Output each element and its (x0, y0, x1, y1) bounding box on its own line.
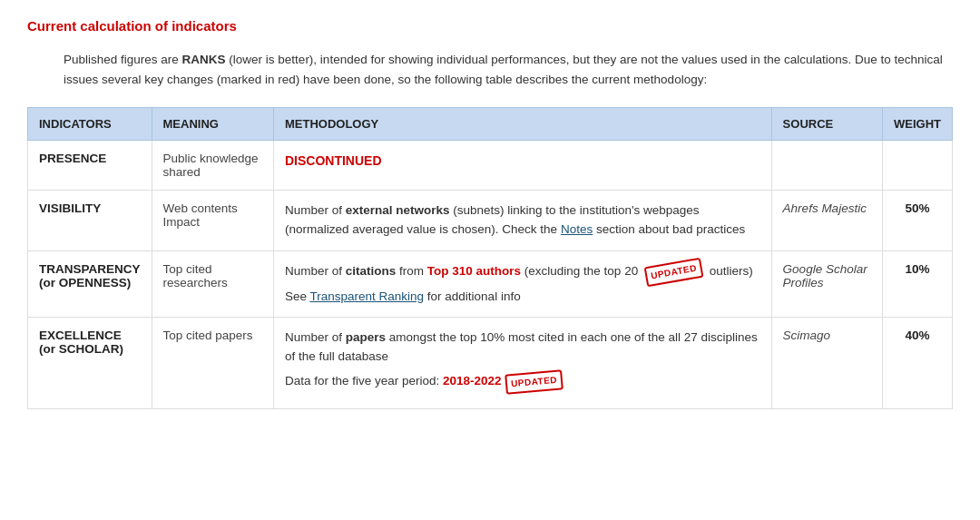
methodology-transparency: Number of citations from Top 310 authors… (273, 251, 771, 318)
bold-external-networks: external networks (346, 203, 450, 217)
weight-presence (882, 141, 952, 191)
updated-stamp-transparency: UPDATED (644, 258, 704, 287)
table-row: PRESENCE Public knowledge shared DISCONT… (28, 141, 953, 191)
table-row: VISIBILITY Web contents Impact Number of… (28, 191, 953, 251)
methodology-excellence: Number of papers amongst the top 10% mos… (273, 318, 771, 408)
meaning-excellence: Top cited papers (152, 318, 273, 408)
methodology-visibility: Number of external networks (subnets) li… (273, 191, 771, 251)
intro-paragraph: Published figures are RANKS (lower is be… (64, 50, 953, 89)
source-visibility: Ahrefs Majestic (771, 191, 882, 251)
weight-transparency: 10% (882, 251, 952, 318)
source-transparency: Google Scholar Profiles (771, 251, 882, 318)
methodology-transparency-line1: Number of citations from Top 310 authors… (285, 262, 760, 282)
transparent-ranking-link[interactable]: Transparent Ranking (310, 289, 425, 303)
intro-bold: RANKS (182, 53, 226, 66)
methodology-excellence-line1: Number of papers amongst the top 10% mos… (285, 329, 760, 367)
table-header-row: INDICATORS MEANING METHODOLOGY SOURCE WE… (28, 108, 953, 141)
indicator-presence: PRESENCE (28, 141, 152, 191)
indicator-visibility: VISIBILITY (28, 191, 152, 251)
table-row: TRANSPARENCY(or OPENNESS) Top cited rese… (28, 251, 953, 318)
methodology-transparency-see: See Transparent Ranking for additional i… (285, 288, 760, 307)
col-meaning: MEANING (152, 108, 273, 141)
top-authors-highlight: Top 310 authors (427, 264, 521, 278)
meaning-presence: Public knowledge shared (152, 141, 273, 191)
updated-stamp-excellence: UPDATED (505, 370, 564, 395)
weight-visibility: 50% (882, 191, 952, 251)
methodology-excellence-line2: Data for the five year period: 2018-2022… (285, 372, 760, 392)
source-excellence: Scimago (771, 318, 882, 408)
table-row: EXCELLENCE(or SCHOLAR) Top cited papers … (28, 318, 953, 408)
discontinued-label: DISCONTINUED (285, 153, 382, 168)
bold-citations: citations (346, 264, 397, 278)
meaning-transparency: Top cited researchers (152, 251, 273, 318)
notes-link[interactable]: Notes (561, 222, 593, 236)
year-range: 2018-2022 (443, 375, 502, 388)
indicators-table: INDICATORS MEANING METHODOLOGY SOURCE WE… (27, 107, 953, 409)
bold-papers: papers (346, 330, 386, 344)
col-source: SOURCE (771, 108, 882, 141)
source-presence (771, 141, 882, 191)
indicator-transparency: TRANSPARENCY(or OPENNESS) (28, 251, 152, 318)
methodology-presence: DISCONTINUED (273, 141, 771, 191)
weight-excellence: 40% (882, 318, 952, 408)
intro-text-before: Published figures are (64, 53, 182, 66)
meaning-visibility: Web contents Impact (152, 191, 273, 251)
indicator-excellence: EXCELLENCE(or SCHOLAR) (28, 318, 152, 408)
col-methodology: METHODOLOGY (273, 108, 771, 141)
col-weight: WEIGHT (882, 108, 952, 141)
col-indicators: INDICATORS (28, 108, 152, 141)
page-title: Current calculation of indicators (27, 18, 953, 34)
